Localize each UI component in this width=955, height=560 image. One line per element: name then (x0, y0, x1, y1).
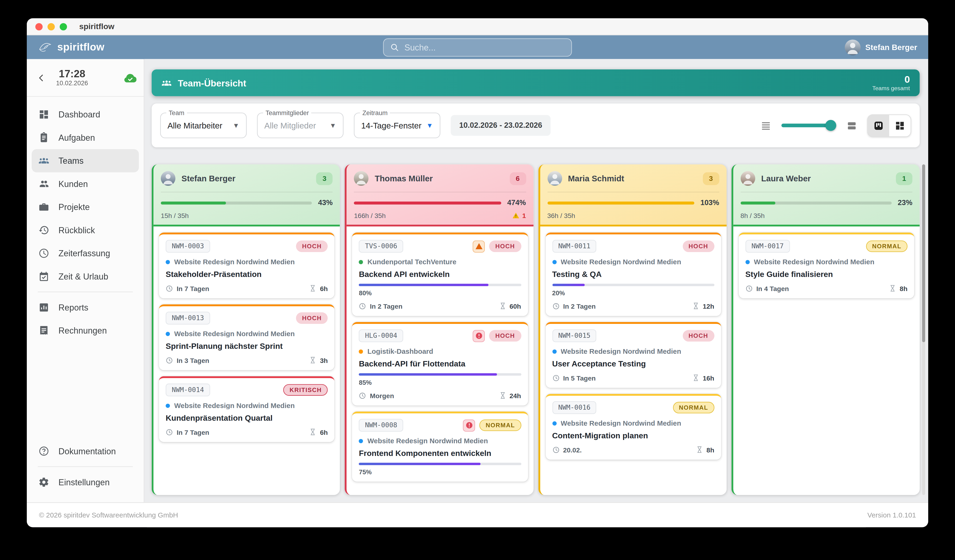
project-color-dot (166, 332, 170, 336)
task-title: Stakeholder-Präsentation (166, 270, 328, 279)
sidebar-item-zeiterfassung[interactable]: Zeiterfassung (32, 242, 139, 265)
current-date: 10.02.2026 (56, 80, 88, 87)
clock-icon (38, 248, 49, 259)
hourglass-icon (309, 428, 317, 436)
member-name: Stefan Berger (182, 174, 235, 183)
density-compact-icon[interactable] (761, 120, 771, 131)
task-title: Backend API entwickeln (359, 270, 521, 279)
team-column-maria-schmidt: Maria Schmidt 3 103% 36h / 35h NWM-0011 … (538, 164, 726, 495)
sidebar-item-dashboard[interactable]: Dashboard (32, 103, 139, 126)
period-filter-select[interactable]: Zeitraum 14-Tage-Fenster ▼ (354, 113, 440, 138)
task-card-nwm-0016[interactable]: NWM-0016 NORMAL Website Redesign Nordwin… (545, 394, 721, 460)
task-id-chip: NWM-0017 (745, 240, 790, 252)
cloud-sync-icon (124, 71, 136, 84)
sidebar-item-reports[interactable]: Reports (32, 296, 139, 319)
sidebar-item-label: Teams (58, 156, 84, 166)
utilization-percent: 474% (507, 199, 526, 207)
screen: spiritflow spiritflow Stefan Berger (0, 0, 955, 560)
card-size-slider[interactable] (781, 120, 836, 131)
task-card-nwm-0014[interactable]: NWM-0014 KRITISCH Website Redesign Nordw… (159, 376, 334, 442)
project-name: Website Redesign Nordwind Medien (174, 258, 295, 266)
priority-badge: NORMAL (673, 402, 714, 413)
member-header[interactable]: Stefan Berger 3 43% 15h / 35h (153, 164, 340, 227)
member-header[interactable]: Thomas Müller 6 474% 166h / 35h1 (347, 164, 533, 227)
app-logo-icon (38, 40, 52, 55)
task-card-nwm-0003[interactable]: NWM-0003 HOCH Website Redesign Nordwind … (159, 233, 334, 298)
customers-icon (38, 178, 49, 189)
task-card-nwm-0015[interactable]: NWM-0015 HOCH Website Redesign Nordwind … (545, 322, 721, 388)
effort-hours: 12h (703, 302, 714, 310)
task-card-tvs-0006[interactable]: TVS-0006 HOCH Kundenportal TechVenture B… (352, 233, 528, 316)
due-date: In 4 Tagen (756, 285, 789, 292)
clock-small-icon (166, 428, 173, 435)
search-bar[interactable] (383, 38, 572, 56)
task-card-nwm-0013[interactable]: NWM-0013 HOCH Website Redesign Nordwind … (159, 304, 334, 370)
sidebar-item-einstellungen[interactable]: Einstellungen (32, 471, 139, 494)
effort-hours: 8h (900, 285, 908, 292)
titlebar: spiritflow (27, 18, 928, 36)
board-scrollbar[interactable] (922, 164, 925, 495)
team-overview-icon (161, 78, 172, 88)
task-title: Testing & QA (552, 270, 714, 279)
grid-icon (895, 120, 905, 131)
due-date: In 5 Tagen (563, 374, 596, 382)
sidebar-item-projekte[interactable]: Projekte (32, 196, 139, 219)
member-header[interactable]: Laura Weber 1 23% 8h / 35h (733, 164, 920, 227)
project-color-dot (166, 403, 170, 408)
task-card-nwm-0017[interactable]: NWM-0017 NORMAL Website Redesign Nordwin… (739, 233, 914, 298)
project-name: Website Redesign Nordwind Medien (561, 419, 681, 427)
hourglass-icon (498, 302, 506, 310)
chevron-down-icon: ▼ (426, 122, 433, 129)
person-icon (741, 171, 755, 186)
grid-view-button[interactable] (889, 115, 911, 136)
sidebar-item-rückblick[interactable]: Rückblick (32, 219, 139, 241)
utilization-percent: 23% (898, 199, 912, 207)
clock-small-icon (359, 302, 366, 310)
utilization-bar (354, 201, 501, 204)
task-card-nwm-0008[interactable]: NWM-0008 NORMAL Website Redesign Nordwin… (352, 411, 528, 482)
kanban-view-button[interactable] (868, 115, 889, 136)
chevron-down-icon: ▼ (329, 122, 336, 129)
calendar-icon (38, 271, 49, 282)
team-board: Stefan Berger 3 43% 15h / 35h NWM-0003 H… (152, 164, 919, 495)
task-card-hlg-0004[interactable]: HLG-0004 HOCH Logistik-Dashboard Backend… (352, 322, 528, 405)
task-title: Backend-API für Flottendata (359, 359, 521, 368)
sidebar-item-zeit-urlaub[interactable]: Zeit & Urlaub (32, 265, 139, 288)
member-header[interactable]: Maria Schmidt 3 103% 36h / 35h (540, 164, 726, 227)
close-window-button[interactable] (35, 23, 42, 30)
task-id-chip: NWM-0008 (359, 419, 403, 432)
user-menu[interactable]: Stefan Berger (845, 39, 917, 55)
priority-badge: HOCH (489, 330, 521, 341)
search-input[interactable] (404, 42, 565, 52)
sidebar-item-kunden[interactable]: Kunden (32, 172, 139, 195)
priority-badge: NORMAL (866, 241, 907, 252)
overdue-count: 1 (522, 212, 526, 219)
sidebar-item-teams[interactable]: Teams (32, 149, 139, 172)
teams-icon (38, 155, 49, 166)
sidebar-item-label: Zeit & Urlaub (58, 272, 108, 281)
members-filter-value: Alle Mitglieder (265, 121, 316, 130)
project-name: Website Redesign Nordwind Medien (754, 258, 874, 266)
hours-summary: 8h / 35h (741, 212, 765, 219)
zoom-window-button[interactable] (60, 23, 67, 30)
task-card-nwm-0011[interactable]: NWM-0011 HOCH Website Redesign Nordwind … (545, 233, 721, 316)
team-column-thomas-müller: Thomas Müller 6 474% 166h / 35h1 TVS-000… (345, 164, 534, 495)
overdue-flag: 1 (512, 212, 526, 219)
project-color-dot (359, 349, 363, 353)
minimize-window-button[interactable] (47, 23, 55, 30)
sidebar-item-rechnungen[interactable]: Rechnungen (32, 319, 139, 342)
sidebar-item-aufgaben[interactable]: Aufgaben (32, 126, 139, 149)
column-body: NWM-0011 HOCH Website Redesign Nordwind … (540, 227, 726, 495)
team-filter-select[interactable]: Team Alle Mitarbeiter ▼ (160, 113, 247, 138)
collapse-sidebar-icon[interactable] (37, 73, 46, 83)
view-toggle-group (867, 114, 911, 137)
column-body: NWM-0017 NORMAL Website Redesign Nordwin… (733, 227, 920, 495)
scrollbar-thumb[interactable] (922, 164, 925, 342)
members-filter-select[interactable]: Teammitglieder Alle Mitglieder ▼ (257, 113, 344, 138)
hourglass-icon (692, 302, 700, 310)
sidebar-item-dokumentation[interactable]: Dokumentation (32, 440, 139, 463)
task-id-chip: NWM-0003 (166, 240, 210, 252)
sidebar-item-label: Aufgaben (58, 133, 95, 142)
sidebar: 17:28 10.02.2026 DashboardAufgabenTeamsK… (27, 59, 144, 502)
density-comfortable-icon[interactable] (847, 120, 857, 131)
